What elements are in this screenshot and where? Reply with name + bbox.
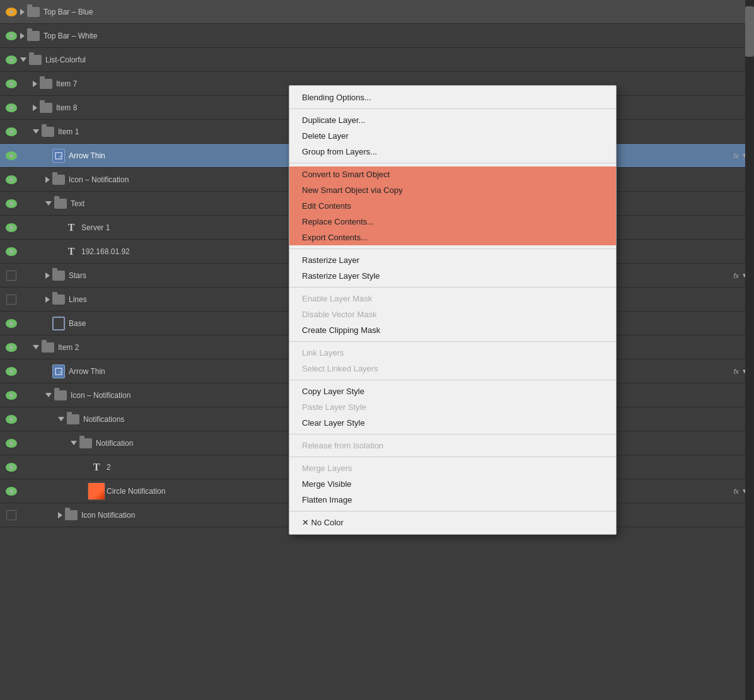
layer-checkbox[interactable] [6, 295, 16, 305]
menu-item[interactable]: Copy Layer Style [289, 383, 616, 399]
visibility-toggle[interactable] [3, 24, 20, 48]
menu-item: Paste Layer Style [289, 399, 616, 415]
eye-icon[interactable] [6, 223, 17, 232]
expand-arrow[interactable] [33, 81, 37, 87]
scrollbar-thumb[interactable] [745, 6, 754, 57]
eye-icon[interactable] [6, 103, 17, 112]
expand-arrow[interactable] [71, 441, 77, 445]
visibility-toggle[interactable] [3, 359, 20, 383]
visibility-toggle[interactable] [3, 455, 20, 479]
eye-icon[interactable] [6, 247, 17, 256]
eye-icon[interactable] [6, 32, 17, 40]
layer-checkbox[interactable] [6, 510, 16, 520]
expand-arrow[interactable] [33, 345, 39, 349]
menu-item[interactable]: Create Clipping Mask [289, 322, 616, 338]
expand-arrow[interactable] [33, 129, 39, 134]
menu-item[interactable]: Duplicate Layer... [289, 112, 616, 128]
eye-icon[interactable] [6, 55, 17, 64]
scrollbar-vertical[interactable] [745, 0, 754, 700]
layer-type-icon [67, 413, 79, 426]
expand-arrow[interactable] [58, 417, 64, 421]
menu-item[interactable]: Flatten Image [289, 492, 616, 508]
expand-arrow[interactable] [45, 272, 50, 279]
visibility-toggle[interactable] [3, 192, 20, 216]
expand-arrow[interactable] [45, 296, 50, 303]
eye-icon[interactable] [6, 151, 17, 160]
eye-icon[interactable] [6, 343, 17, 352]
eye-icon[interactable] [6, 487, 17, 496]
visibility-toggle[interactable] [3, 168, 20, 192]
expand-arrow[interactable] [58, 512, 62, 518]
expand-arrow[interactable] [33, 105, 37, 111]
eye-icon[interactable] [6, 439, 17, 448]
menu-item[interactable]: Edit Contents [289, 198, 616, 214]
menu-item: Select Linked Layers [289, 361, 616, 376]
eye-icon[interactable] [6, 127, 17, 136]
menu-item[interactable]: Rasterize Layer Style [289, 268, 616, 284]
menu-item[interactable]: Rasterize Layer [289, 252, 616, 268]
menu-separator [289, 434, 616, 435]
eye-icon[interactable] [6, 319, 17, 328]
menu-item[interactable]: New Smart Object via Copy [289, 182, 616, 198]
menu-item[interactable]: Blending Options... [289, 90, 616, 105]
visibility-toggle[interactable] [3, 312, 20, 335]
menu-item[interactable]: Group from Layers... [289, 144, 616, 160]
visibility-toggle[interactable] [3, 216, 20, 240]
eye-icon[interactable] [6, 8, 17, 16]
expand-arrow[interactable] [45, 201, 52, 206]
layer-row[interactable]: Top Bar – White [0, 24, 754, 48]
visibility-toggle[interactable] [3, 264, 20, 288]
visibility-toggle[interactable] [3, 288, 20, 312]
visibility-toggle[interactable] [3, 335, 20, 359]
fx-badge: fx [734, 487, 740, 495]
layer-type-icon [42, 125, 54, 138]
eye-icon[interactable] [6, 367, 17, 376]
eye-icon[interactable] [6, 79, 17, 88]
expand-arrow[interactable] [20, 9, 25, 15]
menu-item: Link Layers [289, 345, 616, 361]
menu-item: Enable Layer Mask [289, 291, 616, 306]
menu-separator [289, 108, 616, 109]
layer-thumbnail [88, 482, 105, 500]
visibility-toggle[interactable] [3, 240, 20, 264]
layer-name: List-Colorful [45, 55, 751, 64]
visibility-toggle[interactable] [3, 383, 20, 407]
eye-icon[interactable] [6, 415, 17, 424]
layer-type-icon [52, 365, 65, 378]
visibility-toggle[interactable] [3, 407, 20, 431]
menu-separator [289, 341, 616, 342]
expand-arrow[interactable] [45, 393, 52, 397]
menu-separator [289, 287, 616, 288]
menu-item[interactable]: Clear Layer Style [289, 415, 616, 431]
layer-row[interactable]: Top Bar – Blue [0, 0, 754, 24]
eye-icon[interactable] [6, 463, 17, 472]
visibility-toggle[interactable] [3, 96, 20, 120]
eye-icon[interactable] [6, 175, 17, 184]
visibility-toggle[interactable] [3, 48, 20, 72]
menu-item[interactable]: Merge Visible [289, 476, 616, 492]
layer-row[interactable]: List-Colorful [0, 48, 754, 72]
layer-checkbox[interactable] [6, 271, 16, 281]
menu-separator [289, 248, 616, 249]
eye-icon[interactable] [6, 391, 17, 400]
expand-arrow[interactable] [20, 33, 25, 39]
expand-arrow[interactable] [45, 177, 50, 183]
menu-item[interactable]: Export Contents... [289, 230, 616, 245]
menu-item[interactable]: Delete Layer [289, 128, 616, 144]
visibility-toggle[interactable] [3, 0, 20, 24]
visibility-toggle[interactable] [3, 120, 20, 144]
menu-item[interactable]: ✕ No Color [289, 515, 616, 530]
visibility-toggle[interactable] [3, 479, 20, 503]
fx-badge: fx [734, 272, 740, 279]
expand-arrow[interactable] [20, 57, 26, 62]
layer-name: Top Bar – White [44, 32, 751, 40]
menu-item[interactable]: Replace Contents... [289, 214, 616, 230]
menu-item[interactable]: Convert to Smart Object [289, 166, 616, 182]
visibility-toggle[interactable] [3, 144, 20, 168]
layers-panel: Top Bar – BlueTop Bar – WhiteList-Colorf… [0, 0, 754, 700]
visibility-toggle[interactable] [3, 431, 20, 455]
eye-icon[interactable] [6, 199, 17, 208]
visibility-toggle[interactable] [3, 503, 20, 527]
visibility-toggle[interactable] [3, 72, 20, 96]
menu-separator [289, 457, 616, 457]
